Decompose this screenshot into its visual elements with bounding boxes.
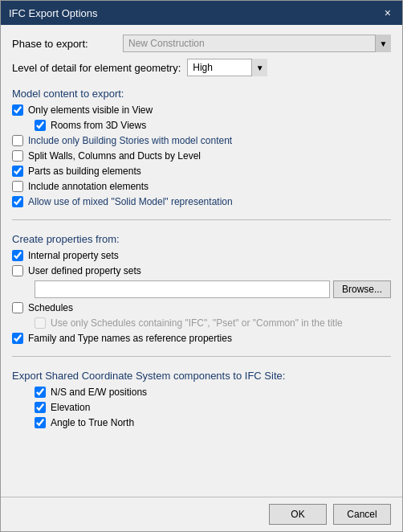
checkbox-internal-prop-input[interactable] bbox=[12, 250, 23, 261]
checkbox-internal-prop-label: Internal property sets bbox=[28, 250, 119, 261]
checkbox-annotation-input[interactable] bbox=[12, 181, 23, 192]
checkbox-family-type: Family and Type names as reference prope… bbox=[12, 333, 391, 344]
lod-dropdown[interactable]: High Medium Low bbox=[187, 59, 267, 76]
lod-row: Level of detail for element geometry: Hi… bbox=[12, 59, 391, 76]
checkbox-building-stories: Include only Building Stories with model… bbox=[12, 135, 391, 146]
checkbox-split-walls: Split Walls, Columns and Ducts by Level bbox=[12, 150, 391, 162]
checkbox-rooms-3d-input[interactable] bbox=[35, 120, 46, 131]
checkbox-solid-model-label: Allow use of mixed "Solid Model" represe… bbox=[28, 196, 233, 207]
checkbox-only-visible-input[interactable] bbox=[12, 104, 23, 116]
checkbox-split-walls-label: Split Walls, Columns and Ducts by Level bbox=[28, 150, 201, 162]
checkbox-family-type-label: Family and Type names as reference prope… bbox=[28, 333, 232, 344]
checkbox-ns-ew: N/S and E/W positions bbox=[35, 387, 391, 398]
checkbox-rooms-3d: Rooms from 3D Views bbox=[35, 120, 391, 131]
checkbox-internal-prop: Internal property sets bbox=[12, 250, 391, 261]
checkbox-annotation-label: Include annotation elements bbox=[28, 181, 149, 192]
divider-2 bbox=[12, 356, 391, 357]
checkbox-building-stories-label: Include only Building Stories with model… bbox=[28, 135, 232, 146]
coordinate-section-label: Export Shared Coordinate System componen… bbox=[12, 370, 391, 382]
ifc-export-dialog: IFC Export Options × Phase to export: Ne… bbox=[0, 0, 403, 532]
checkbox-split-walls-input[interactable] bbox=[12, 150, 23, 162]
checkbox-user-prop: User defined property sets bbox=[12, 265, 391, 276]
phase-dropdown-wrapper: New Construction ▼ bbox=[123, 35, 391, 52]
dialog-title: IFC Export Options bbox=[9, 7, 98, 19]
lod-label: Level of detail for element geometry: bbox=[12, 62, 181, 74]
checkbox-parts-label: Parts as building elements bbox=[28, 166, 141, 177]
browse-row: Browse... bbox=[35, 280, 391, 298]
checkbox-rooms-3d-label: Rooms from 3D Views bbox=[51, 120, 146, 131]
checkbox-user-prop-label: User defined property sets bbox=[28, 265, 141, 276]
lod-dropdown-wrapper: High Medium Low ▼ bbox=[187, 59, 267, 76]
ok-button[interactable]: OK bbox=[269, 504, 327, 525]
checkbox-elevation-input[interactable] bbox=[35, 402, 46, 413]
cancel-button[interactable]: Cancel bbox=[333, 504, 391, 525]
checkbox-ns-ew-label: N/S and E/W positions bbox=[51, 387, 147, 398]
checkbox-only-visible-label: Only elements visible in View bbox=[28, 104, 153, 116]
title-bar: IFC Export Options × bbox=[1, 1, 402, 25]
phase-row: Phase to export: New Construction ▼ bbox=[12, 35, 391, 52]
browse-button[interactable]: Browse... bbox=[333, 280, 391, 298]
browse-input[interactable] bbox=[35, 280, 330, 298]
checkbox-solid-model: Allow use of mixed "Solid Model" represe… bbox=[12, 196, 391, 207]
checkbox-schedules-ifc-input[interactable] bbox=[35, 317, 46, 329]
checkbox-only-visible: Only elements visible in View bbox=[12, 104, 391, 116]
dialog-footer: OK Cancel bbox=[1, 497, 402, 531]
checkbox-schedules-ifc: Use only Schedules containing "IFC", "Ps… bbox=[35, 317, 391, 329]
dialog-body: Phase to export: New Construction ▼ Leve… bbox=[1, 25, 402, 497]
checkbox-angle-north-input[interactable] bbox=[35, 417, 46, 428]
checkbox-elevation: Elevation bbox=[35, 402, 391, 413]
checkbox-angle-north-label: Angle to True North bbox=[51, 417, 134, 428]
checkbox-elevation-label: Elevation bbox=[51, 402, 90, 413]
checkbox-angle-north: Angle to True North bbox=[35, 417, 391, 428]
checkbox-parts: Parts as building elements bbox=[12, 166, 391, 177]
checkbox-schedules-ifc-label: Use only Schedules containing "IFC", "Ps… bbox=[51, 317, 343, 329]
close-button[interactable]: × bbox=[381, 7, 394, 18]
checkbox-schedules-label: Schedules bbox=[28, 302, 73, 313]
checkbox-parts-input[interactable] bbox=[12, 166, 23, 177]
checkbox-building-stories-input[interactable] bbox=[12, 135, 23, 146]
checkbox-ns-ew-input[interactable] bbox=[35, 387, 46, 398]
model-content-section-label: Model content to export: bbox=[12, 88, 391, 100]
checkbox-schedules-input[interactable] bbox=[12, 302, 23, 313]
checkbox-family-type-input[interactable] bbox=[12, 333, 23, 344]
divider-1 bbox=[12, 219, 391, 220]
checkbox-annotation: Include annotation elements bbox=[12, 181, 391, 192]
phase-label: Phase to export: bbox=[12, 38, 116, 50]
phase-dropdown[interactable]: New Construction bbox=[123, 35, 391, 52]
checkbox-user-prop-input[interactable] bbox=[12, 265, 23, 276]
properties-section-label: Create properties from: bbox=[12, 233, 391, 245]
checkbox-solid-model-input[interactable] bbox=[12, 196, 23, 207]
checkbox-schedules: Schedules bbox=[12, 302, 391, 313]
